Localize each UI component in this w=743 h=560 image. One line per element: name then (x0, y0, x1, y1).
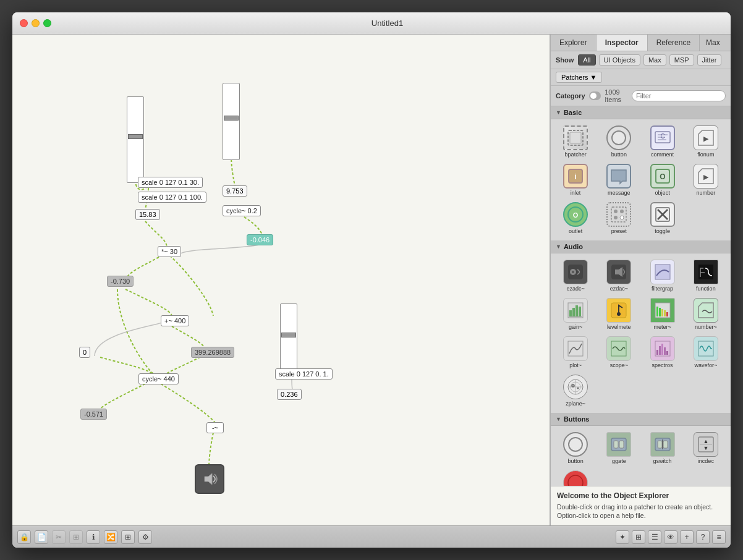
toolbar-r6[interactable]: ? (696, 530, 710, 544)
obj-btn-button[interactable]: button (554, 430, 597, 467)
toolbar-r3[interactable]: ☰ (648, 530, 661, 544)
message-icon (606, 164, 631, 189)
toolbar-copy[interactable]: ⊞ (69, 530, 83, 544)
obj-neg730[interactable]: -0.730 (107, 276, 134, 287)
obj-val1583[interactable]: 15.83 (135, 209, 160, 220)
obj-minus[interactable]: -~ (206, 422, 224, 433)
objects-list[interactable]: ▼ Basic bpatcher (551, 106, 731, 486)
obj-bpatcher[interactable]: bpatcher (554, 123, 597, 160)
obj-scale3[interactable]: scale 0 127 0. 1. (275, 368, 333, 380)
obj-meter[interactable]: meter~ (642, 295, 684, 333)
slider-1-handle[interactable] (128, 134, 143, 139)
obj-number-tilde[interactable]: number~ (685, 295, 727, 333)
tab-explorer[interactable]: Explorer (551, 35, 597, 51)
section-audio[interactable]: ▼ Audio (551, 240, 731, 253)
obj-object[interactable]: O object (642, 161, 684, 198)
obj-inlet[interactable]: i inlet (554, 161, 597, 198)
function-icon (694, 260, 718, 284)
zplane-icon: + (563, 375, 588, 399)
close-button[interactable] (20, 19, 28, 27)
tab-inspector[interactable]: Inspector (597, 35, 648, 51)
toolbar-route[interactable]: 🔀 (104, 530, 117, 544)
obj-scale2[interactable]: scale 0 127 0.1 100. (138, 192, 206, 203)
obj-plot[interactable]: plot~ (554, 334, 597, 371)
filter-input[interactable] (632, 90, 726, 101)
toolbar-r1[interactable]: ✦ (616, 530, 629, 544)
comment-icon: C (650, 125, 675, 150)
obj-preset[interactable]: preset (598, 200, 640, 237)
slider-3-handle[interactable] (281, 333, 296, 337)
patcher-canvas[interactable]: scale 0 127 0.1 30. scale 0 127 0.1 100.… (12, 35, 550, 525)
patchers-button[interactable]: Patchers ▼ (556, 72, 602, 83)
obj-ezadc[interactable]: ezadc~ (554, 257, 597, 294)
slider-3[interactable] (280, 303, 297, 375)
gain-icon (563, 298, 588, 323)
obj-waveform[interactable]: wavefor~ (685, 334, 727, 371)
obj-cycle440[interactable]: cycle~ 440 (138, 373, 179, 384)
svg-text:O: O (573, 211, 579, 219)
obj-outlet[interactable]: O outlet (554, 200, 597, 237)
toolbar-new[interactable]: 📄 (35, 530, 48, 544)
obj-neg046[interactable]: -0.046 (247, 234, 273, 245)
section-basic[interactable]: ▼ Basic (551, 106, 731, 119)
obj-spectros[interactable]: spectros (642, 334, 684, 371)
obj-cycle02[interactable]: cycle~ 0.2 (223, 205, 261, 216)
obj-scale1[interactable]: scale 0 127 0.1 30. (138, 177, 203, 188)
section-buttons[interactable]: ▼ Buttons (551, 413, 731, 426)
obj-neg571[interactable]: -0.571 (80, 409, 107, 420)
obj-scope[interactable]: scope~ (598, 334, 640, 371)
slider-2[interactable] (223, 83, 240, 160)
svg-text:O: O (660, 172, 665, 181)
obj-ezdac[interactable]: ezdac~ (598, 257, 640, 294)
show-btn-all[interactable]: All (578, 54, 595, 66)
obj-red[interactable] (554, 468, 597, 486)
toolbar-lock[interactable]: 🔒 (17, 530, 31, 544)
obj-gswitch[interactable]: gswitch (642, 430, 684, 467)
minimize-button[interactable] (32, 19, 40, 27)
obj-val0[interactable]: 0 (79, 347, 90, 358)
number-tilde-label: number~ (695, 324, 717, 330)
obj-number[interactable]: ▶ number (685, 161, 727, 198)
toolbar-grid[interactable]: ⊞ (121, 530, 135, 544)
slider-1[interactable] (127, 96, 144, 183)
obj-levelmeter[interactable]: levelmete (598, 295, 640, 333)
obj-mul30[interactable]: *~ 30 (158, 246, 181, 257)
obj-gain[interactable]: gain~ (554, 295, 597, 333)
obj-comment[interactable]: C comment (642, 123, 684, 160)
obj-flonum[interactable]: ▶ flonum (685, 123, 727, 160)
show-btn-msp[interactable]: MSP (669, 54, 694, 66)
patch-cables (12, 35, 550, 525)
show-btn-max[interactable]: Max (643, 54, 666, 66)
ezdac-icon (606, 260, 631, 284)
obj-filtergraph[interactable]: filtergrap (642, 257, 684, 294)
obj-val9753[interactable]: 9.753 (223, 185, 247, 197)
meter-icon (650, 298, 675, 323)
show-btn-jitter[interactable]: Jitter (697, 54, 722, 66)
obj-toggle[interactable]: toggle (642, 200, 684, 237)
toolbar-r7[interactable]: ≡ (712, 530, 726, 544)
toolbar-r2[interactable]: ⊞ (632, 530, 645, 544)
obj-zplane[interactable]: + zplane~ (554, 372, 597, 409)
toolbar-r4[interactable]: 👁 (664, 530, 677, 544)
toolbar-settings[interactable]: ⚙ (138, 530, 152, 544)
tab-max[interactable]: Max (700, 35, 726, 51)
obj-button-basic[interactable]: button (598, 123, 640, 160)
obj-message[interactable]: message (598, 161, 640, 198)
toolbar-info[interactable]: ℹ (87, 530, 100, 544)
obj-incdec[interactable]: ▲▼ incdec (685, 430, 727, 467)
obj-val399[interactable]: 399.269888 (191, 347, 234, 358)
slider-2-handle[interactable] (224, 116, 239, 121)
obj-val0236[interactable]: 0.236 (277, 389, 302, 400)
category-toggle[interactable] (589, 91, 601, 100)
obj-function[interactable]: function (685, 257, 727, 294)
obj-plus400[interactable]: +~ 400 (161, 315, 189, 326)
toolbar-cut[interactable]: ✂ (52, 530, 66, 544)
maximize-button[interactable] (43, 19, 51, 27)
svg-point-24 (620, 216, 624, 219)
tab-reference[interactable]: Reference (648, 35, 700, 51)
toolbar-r5[interactable]: + (680, 530, 694, 544)
red-icon (563, 470, 588, 486)
obj-dac[interactable] (195, 464, 224, 494)
obj-ggate[interactable]: ggate (598, 430, 640, 467)
show-btn-ui[interactable]: UI Objects (599, 54, 640, 66)
